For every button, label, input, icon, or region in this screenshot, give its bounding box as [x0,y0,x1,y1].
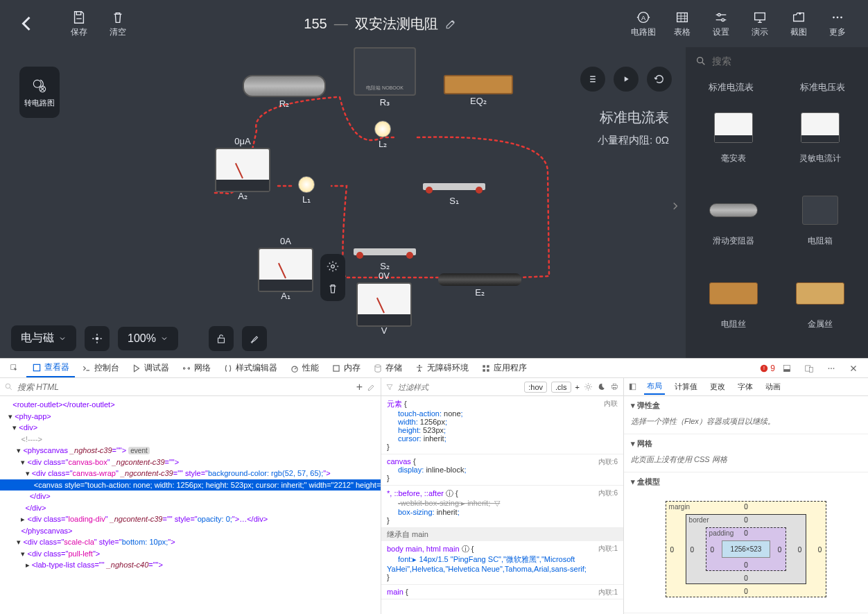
layout-tab-computed[interactable]: 计算值 [672,380,700,394]
sidebar-icon[interactable] [628,382,637,391]
gear-icon[interactable] [324,258,341,275]
layout-tab-anim[interactable]: 动画 [763,380,783,394]
present-button[interactable]: 演示 [743,10,776,38]
close-icon[interactable] [843,361,864,376]
layout-tab-fonts[interactable]: 字体 [735,380,756,394]
print-icon[interactable] [610,382,619,391]
component-r2[interactable]: R₂ [243,75,326,109]
tab-memory[interactable]: 内存 [326,359,366,377]
add-rule-icon[interactable]: + [575,383,580,391]
svg-point-3 [718,13,720,16]
palette-item[interactable]: 灵敏电流计 [779,108,862,184]
palette-item[interactable]: 电阻箱 [779,191,862,266]
component-eq2[interactable]: EQ₂ [444,75,513,106]
search-icon [4,382,13,391]
svg-rect-28 [783,369,790,372]
tab-a11y[interactable]: 无障碍环境 [409,359,474,377]
palette-tab-1[interactable]: 标准电流表 [686,75,777,100]
box-section[interactable]: ▾ 盒模型 [631,477,861,487]
palette-item[interactable]: 滑动变阻器 [693,191,775,266]
bottombar: 电与磁 100% [11,325,267,351]
layout-tab-layout[interactable]: 布局 [644,379,665,395]
refresh-icon[interactable] [647,67,672,92]
svg-point-20 [419,364,420,366]
tab-debugger[interactable]: 调试器 [126,359,175,377]
palette-item[interactable]: 金属丝 [779,274,862,350]
responsive-icon[interactable] [799,361,819,376]
back-button[interactable] [14,11,39,36]
css-panel: :hov .cls + 内联元素 { touch-action: none; w… [381,378,624,614]
edit-icon[interactable] [367,382,376,392]
tab-perf[interactable]: 性能 [284,359,324,377]
delete-icon[interactable] [324,280,341,297]
layout-tab-changes[interactable]: 更改 [707,380,728,394]
locate-icon[interactable] [85,326,110,351]
filter-icon [385,383,394,391]
dock-icon[interactable] [776,361,797,376]
component-actions [320,254,345,301]
svg-point-9 [33,80,41,87]
dom-tree[interactable]: <router-outlet></router-outlet> ▾ <phy-a… [0,396,381,614]
devtools-more-icon[interactable] [821,361,842,376]
svg-point-7 [837,16,839,18]
flex-section[interactable]: ▾ 弹性盒 [631,400,861,411]
component-a2[interactable]: 0μA-300μA~300μAA₂ [215,136,270,201]
devtools-tabs: 查看器 控制台 调试器 网络 样式编辑器 性能 内存 存储 无障碍环境 应用程序… [0,359,868,378]
tab-storage[interactable]: 存储 [367,359,408,377]
svg-rect-13 [218,338,224,343]
component-s1[interactable]: S₁ [423,183,485,206]
grid-section[interactable]: ▾ 网格 [631,438,861,449]
search-input[interactable] [712,56,858,67]
hov-toggle[interactable]: :hov [524,382,547,393]
palette-tab-2[interactable]: 标准电压表 [777,75,869,100]
list-icon[interactable] [580,67,605,92]
zoom-dropdown[interactable]: 100% [118,327,178,350]
component-palette: 标准电流表 标准电压表 毫安表 灵敏电流计 滑动变阻器 电阻箱 电阻丝 金属丝 [686,47,868,358]
circuit-button[interactable]: A电路图 [627,10,660,38]
html-search-input[interactable] [17,382,352,392]
component-l1[interactable]: L₁ [298,176,315,205]
svg-rect-5 [755,12,765,19]
svg-rect-22 [487,365,489,368]
light-icon[interactable] [584,382,593,391]
save-button[interactable]: 保存 [62,10,96,38]
dark-icon[interactable] [597,382,606,391]
palette-item[interactable]: 电阻丝 [693,274,775,350]
component-r3[interactable]: 电阻箱 NOBOOKR₃ [354,47,416,108]
tab-network[interactable]: 网络 [176,359,216,377]
tab-styles[interactable]: 样式编辑器 [218,359,283,377]
error-badge[interactable]: !9 [759,364,775,373]
palette-item[interactable]: 毫安表 [693,108,775,184]
brush-icon[interactable] [242,326,267,351]
capture-button[interactable]: 截图 [782,10,815,38]
svg-point-35 [587,385,589,388]
component-l2[interactable]: L₂ [374,121,391,149]
clear-button[interactable]: 清空 [101,10,134,38]
tab-console[interactable]: 控制台 [76,359,125,377]
tab-app[interactable]: 应用程序 [476,359,532,377]
component-s2[interactable]: S₂ [354,248,416,271]
add-icon[interactable]: + [356,381,363,393]
component-e2[interactable]: E₂ [438,273,521,298]
more-button[interactable]: 更多 [821,10,854,38]
palette-search[interactable] [686,47,868,75]
settings-button[interactable]: 设置 [704,10,738,38]
lock-icon[interactable] [209,326,234,351]
selection-info: 标准电流表 小量程内阻: 0Ω [598,108,669,147]
table-button[interactable]: 表格 [666,10,699,38]
collapse-palette-icon[interactable] [669,200,682,215]
component-v[interactable]: 0V3V 15VV [356,271,412,336]
css-filter-input[interactable] [398,383,520,391]
edit-title-icon[interactable] [445,17,458,30]
convert-circuit-button[interactable]: 转电路图 [19,67,60,118]
tab-inspector[interactable]: 查看器 [26,359,75,377]
svg-point-19 [375,364,381,367]
canvas-area[interactable]: 转电路图 标准电流表 小量程内阻: 0Ω R₂ 电阻箱 NOBOOKR₃ EQ₂… [0,47,686,358]
box-model: margin 0000 border 0000 padding 0000 125… [631,490,861,608]
category-dropdown[interactable]: 电与磁 [11,325,76,351]
css-rules[interactable]: 内联元素 { touch-action: none; width: 1256px… [381,396,623,614]
cls-toggle[interactable]: .cls [551,382,571,393]
component-a1[interactable]: 0A0.6A 3AA₁ [258,236,313,301]
inspect-icon[interactable] [4,361,25,376]
play-icon[interactable] [614,67,639,92]
